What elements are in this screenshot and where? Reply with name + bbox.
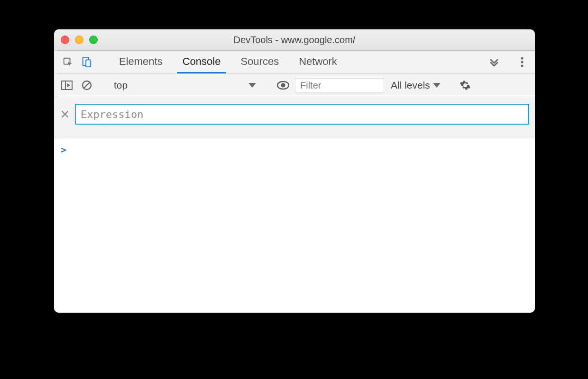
- minimize-window-button[interactable]: [75, 36, 83, 44]
- execution-context-select[interactable]: top: [109, 77, 261, 93]
- tab-label: Elements: [119, 55, 163, 68]
- tab-sources[interactable]: Sources: [235, 51, 285, 73]
- console-toolbar: top All levels: [54, 74, 535, 97]
- more-tabs-icon[interactable]: [486, 54, 502, 70]
- devtools-window: DevTools - www.google.com/ Elements Cons…: [54, 29, 535, 313]
- live-expression-input[interactable]: [75, 104, 529, 125]
- svg-rect-2: [86, 60, 91, 67]
- titlebar: DevTools - www.google.com/: [54, 29, 535, 51]
- tab-network[interactable]: Network: [293, 51, 343, 73]
- svg-line-9: [84, 82, 90, 88]
- console-settings-icon[interactable]: [457, 77, 473, 93]
- svg-point-3: [521, 57, 523, 59]
- close-icon[interactable]: [60, 109, 70, 119]
- tab-elements[interactable]: Elements: [113, 51, 168, 73]
- panel-tabs: Elements Console Sources Network: [107, 51, 481, 73]
- inspect-element-icon[interactable]: [60, 54, 76, 70]
- tab-label: Console: [183, 55, 221, 68]
- console-prompt: >: [61, 144, 66, 155]
- kebab-menu-icon[interactable]: [514, 54, 530, 70]
- log-levels-select[interactable]: All levels: [388, 80, 443, 91]
- tab-label: Network: [299, 55, 337, 68]
- tab-console[interactable]: Console: [177, 51, 227, 73]
- live-expression-icon[interactable]: [275, 77, 291, 93]
- panel-tabbar: Elements Console Sources Network: [54, 51, 535, 74]
- svg-point-5: [521, 64, 523, 67]
- chevron-down-icon: [248, 83, 256, 88]
- context-label: top: [114, 80, 128, 91]
- levels-label: All levels: [391, 80, 430, 91]
- close-window-button[interactable]: [61, 36, 69, 44]
- window-title: DevTools - www.google.com/: [234, 35, 356, 45]
- svg-rect-6: [62, 81, 72, 90]
- chevron-down-icon: [433, 83, 441, 88]
- live-expression-row: [54, 97, 535, 138]
- clear-console-icon[interactable]: [79, 77, 95, 93]
- filter-input[interactable]: [295, 78, 384, 92]
- svg-point-4: [521, 61, 523, 63]
- device-toolbar-icon[interactable]: [79, 54, 95, 70]
- tab-label: Sources: [240, 55, 279, 68]
- zoom-window-button[interactable]: [89, 36, 98, 44]
- console-output[interactable]: >: [54, 138, 535, 313]
- window-controls: [61, 36, 98, 44]
- svg-point-11: [281, 83, 285, 88]
- toggle-sidebar-icon[interactable]: [59, 77, 75, 93]
